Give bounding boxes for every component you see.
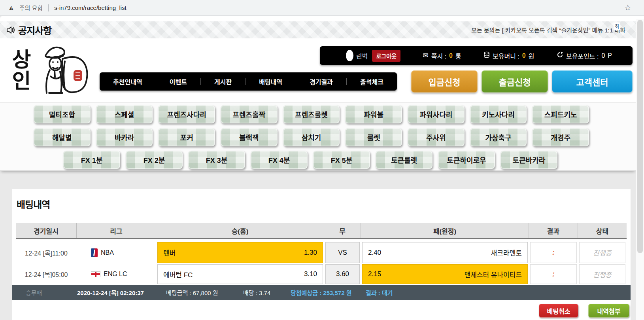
username: 린벅 xyxy=(356,51,368,61)
col-header-status: 상태 xyxy=(578,223,627,238)
result-cell: : xyxy=(530,242,577,263)
game-button-fx1[interactable]: FX 1분 xyxy=(63,151,120,169)
url-text[interactable]: s-in79.com/race/betting_list xyxy=(54,4,127,11)
browser-url-bar[interactable]: ▲! 주의 요함 s-in79.com/race/betting_list ☆ xyxy=(0,0,644,16)
envelope-icon: ✉ xyxy=(423,52,428,59)
scrollbar-thumb[interactable] xyxy=(637,20,643,253)
bet-odds: 배당 : 3.74 xyxy=(243,288,270,297)
game-button-fx5[interactable]: FX 5분 xyxy=(313,151,370,169)
result-cell: : xyxy=(530,264,577,284)
league-cell: NBA xyxy=(77,242,156,263)
avatar-icon xyxy=(346,50,353,61)
points-group[interactable]: 보유포인트 : 0 P xyxy=(557,51,612,61)
game-button-speed-keno[interactable]: 스피드키노 xyxy=(532,105,589,123)
nav-divider xyxy=(296,78,296,85)
match-datetime: 12-24 [목]05:00 xyxy=(16,264,77,284)
user-account-group: 린벅 로그아웃 xyxy=(346,50,400,62)
nav-item-referrals[interactable]: 추천인내역 xyxy=(113,77,142,86)
game-button-roulette[interactable]: 룰렛 xyxy=(345,128,402,146)
nav-divider xyxy=(346,78,347,85)
status-cell: 진행중 xyxy=(579,264,625,284)
league-name: NBA xyxy=(101,249,114,256)
nav-divider xyxy=(245,78,246,85)
speaker-icon xyxy=(6,25,16,35)
game-button-friends-ladder[interactable]: 프렌즈사다리 xyxy=(158,105,215,123)
game-button-haedalbyeol[interactable]: 해달별 xyxy=(34,128,91,146)
attach-history-button[interactable]: 내역첨부 xyxy=(588,304,629,318)
money-group[interactable]: 보유머니 : 0 원 xyxy=(483,51,534,61)
away-pick-cell[interactable]: 2.40 새크라멘토 xyxy=(362,242,528,263)
header: 상인 xyxy=(0,38,636,102)
game-button-dog-race[interactable]: 개경주 xyxy=(532,128,589,146)
logout-button[interactable]: 로그아웃 xyxy=(372,50,400,62)
game-button-power-ladder[interactable]: 파워사다리 xyxy=(408,105,465,123)
url-divider xyxy=(48,4,49,11)
draw-cell[interactable]: VS xyxy=(325,242,360,263)
result-mark: : xyxy=(552,248,555,257)
away-team: 새크라멘토 xyxy=(491,248,522,258)
game-button-virtual-soccer[interactable]: 가상축구 xyxy=(470,128,527,146)
game-button-token-hilo[interactable]: 토큰하이로우 xyxy=(438,151,495,169)
mail-group[interactable]: ✉ 쪽지 : 0 통 xyxy=(423,51,461,61)
col-header-result: 결과 xyxy=(529,223,578,238)
scrollbar-track[interactable] xyxy=(636,19,644,320)
mail-count: 0 xyxy=(449,52,453,59)
game-button-keno-ladder[interactable]: 키노사다리 xyxy=(470,105,527,123)
nav-divider xyxy=(200,78,201,85)
refresh-icon xyxy=(557,51,563,60)
game-button-token-baccarat[interactable]: 토큰바카라 xyxy=(500,151,557,169)
game-button-friends-oddeven[interactable]: 프렌즈홀짝 xyxy=(221,105,278,123)
points-label: 보유포인트 : xyxy=(566,51,599,61)
nav-item-betting-history[interactable]: 배팅내역 xyxy=(259,77,282,86)
coins-icon xyxy=(483,51,490,60)
nav-item-board[interactable]: 게시판 xyxy=(214,77,232,86)
mail-unit: 통 xyxy=(455,51,461,61)
home-pick-cell[interactable]: 에버턴 FC 3.10 xyxy=(157,264,323,284)
user-info-bar: 린벅 로그아웃 ✉ 쪽지 : 0 통 보유머니 : 0 원 보유포인트 : 0 … xyxy=(320,46,633,65)
game-button-fx3[interactable]: FX 3분 xyxy=(188,151,245,169)
nav-item-events[interactable]: 이벤트 xyxy=(170,77,187,86)
cancel-bet-button[interactable]: 베팅취소 xyxy=(539,304,578,318)
bet-type: 승무패 xyxy=(26,288,42,297)
draw-value: VS xyxy=(338,249,347,257)
draw-cell[interactable]: 3.60 xyxy=(325,264,360,284)
home-pick-cell[interactable]: 텐버 1.30 xyxy=(157,242,323,263)
away-team: 맨체스터 유나이티드 xyxy=(465,269,522,279)
game-button-friends-roulette[interactable]: 프렌즈룰렛 xyxy=(283,105,340,123)
game-button-dice[interactable]: 주사위 xyxy=(408,128,465,146)
table-header-row: 경기일시 리그 승(홈) 무 패(원정) 결과 상태 xyxy=(16,223,627,239)
game-button-poker[interactable]: 포커 xyxy=(158,128,215,146)
mail-label: 쪽지 : xyxy=(431,51,446,61)
home-odds: 1.30 xyxy=(304,249,317,257)
game-button-baccarat[interactable]: 바카라 xyxy=(96,128,153,146)
game-button-samchigi[interactable]: 삼치기 xyxy=(283,128,340,146)
away-pick-cell[interactable]: 2.15 맨체스터 유나이티드 xyxy=(362,264,528,284)
game-button-token-roulette[interactable]: 토큰룰렛 xyxy=(376,151,432,169)
result-mark: : xyxy=(552,270,555,278)
withdraw-button[interactable]: 출금신청 xyxy=(482,70,548,93)
bet-result: 결과 : 대기 xyxy=(366,288,393,297)
merchant-illustration-icon xyxy=(31,43,90,97)
bet-datetime: 2020-12-24 [목] 02:20:37 xyxy=(77,288,144,297)
game-button-fx2[interactable]: FX 2분 xyxy=(126,151,183,169)
game-menu: 멀티조합 스페셜 프렌즈사다리 프렌즈홀짝 프렌즈룰렛 파워볼 파워사다리 키노… xyxy=(0,102,636,171)
star-icon[interactable]: ☆ xyxy=(624,3,631,12)
nav-item-results[interactable]: 경기결과 xyxy=(310,77,333,86)
status-text: 진행중 xyxy=(593,269,612,279)
points-unit: P xyxy=(608,52,612,59)
game-button-powerball[interactable]: 파워볼 xyxy=(345,105,402,123)
home-team: 에버턴 FC xyxy=(163,269,193,279)
game-button-multi[interactable]: 멀티조합 xyxy=(34,105,91,123)
site-logo[interactable]: 상인 xyxy=(6,42,93,98)
status-text: 진행중 xyxy=(593,248,612,258)
col-header-datetime: 경기일시 xyxy=(16,223,77,238)
main-nav: 추천인내역 이벤트 게시판 배팅내역 경기결과 출석체크 xyxy=(100,72,397,91)
game-button-fx4[interactable]: FX 4분 xyxy=(251,151,308,169)
support-button[interactable]: 고객센터 xyxy=(552,70,633,93)
game-button-blackjack[interactable]: 블랙잭 xyxy=(221,128,278,146)
deposit-button[interactable]: 입금신청 xyxy=(411,70,478,93)
section-title: 배팅내역 xyxy=(17,197,50,211)
game-button-special[interactable]: 스페셜 xyxy=(96,105,153,123)
nav-item-attendance[interactable]: 출석체크 xyxy=(360,77,383,86)
col-header-away: 패(원정) xyxy=(361,223,529,238)
